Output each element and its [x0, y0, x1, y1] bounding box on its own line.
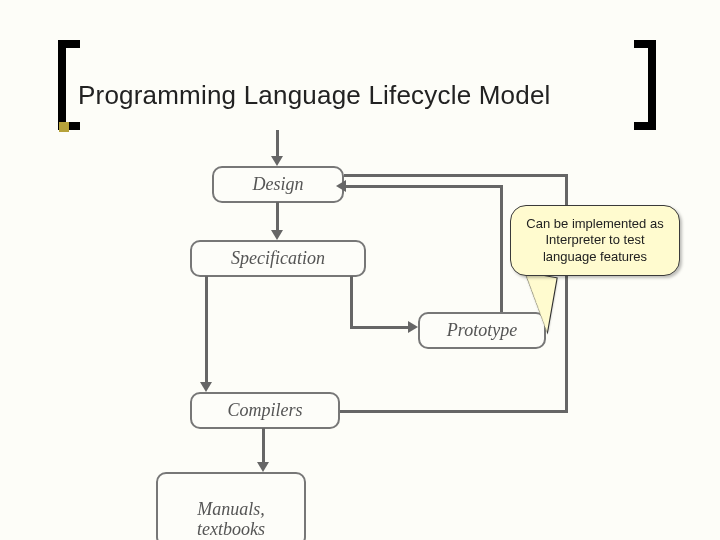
arrow-prototype-up [500, 185, 503, 312]
node-design: Design [212, 166, 344, 203]
node-compilers: Compilers [190, 392, 340, 429]
arrow-head-icon [271, 156, 283, 166]
arrow-spec-down-left [205, 276, 208, 384]
node-label: Compilers [227, 400, 302, 420]
arrow-prototype-left [344, 185, 502, 188]
arrow-spec-down-right [350, 276, 353, 326]
page-title: Programming Language Lifecycle Model [78, 80, 648, 111]
node-manuals: Manuals, textbooks [156, 472, 306, 540]
arrow-head-icon [257, 462, 269, 472]
arrow-compilers-left-top [344, 174, 568, 177]
node-label: Design [253, 174, 304, 194]
arrow-head-icon [408, 321, 418, 333]
arrow-compilers-right [340, 410, 568, 413]
accent-square-icon [59, 122, 69, 132]
title-bar: Programming Language Lifecycle Model [78, 80, 648, 120]
node-specification: Specification [190, 240, 366, 277]
node-label: Specification [231, 248, 325, 268]
arrow-design-specification [276, 202, 279, 232]
arrow-head-icon [200, 382, 212, 392]
node-label: Manuals, textbooks [197, 499, 265, 539]
arrow-head-icon [271, 230, 283, 240]
arrow-compilers-manuals [262, 428, 265, 464]
node-label: Prototype [447, 320, 517, 340]
arrow-head-icon [336, 180, 346, 192]
arrow-spec-right [350, 326, 410, 329]
callout-prototype-note: Can be implemented as Interpreter to tes… [510, 205, 680, 276]
arrow-in-design [276, 130, 279, 158]
callout-text: Can be implemented as Interpreter to tes… [526, 216, 663, 264]
bracket-right-icon [634, 40, 656, 130]
bracket-left-icon [58, 40, 80, 130]
